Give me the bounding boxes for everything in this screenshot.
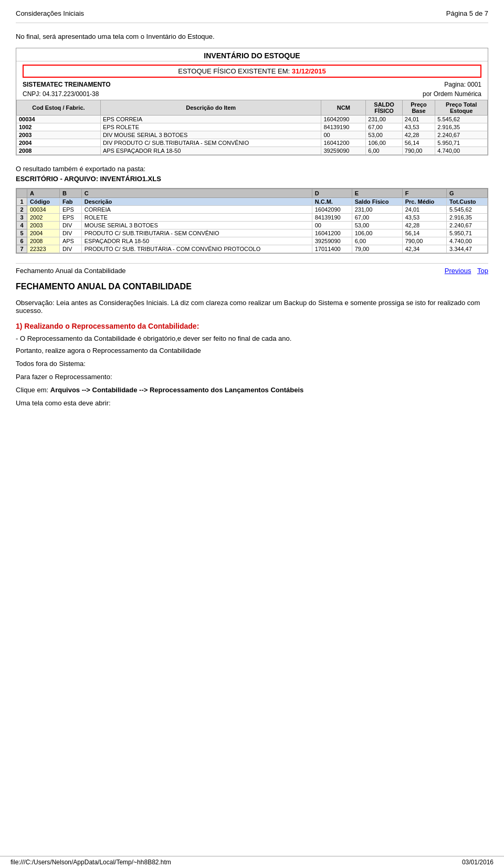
- page-header: Considerações Iniciais Página 5 de 7: [16, 5, 488, 23]
- excel-cell: EPS: [59, 206, 81, 214]
- excel-cell: 53,00: [352, 222, 402, 229]
- excel-cell: 790,00: [402, 237, 446, 245]
- divider-left: Fechamento Anual da Contabilidade: [16, 267, 126, 275]
- inv-company-name: SISTEMATEC TREINAMENTO: [23, 81, 111, 88]
- excel-cell: MOUSE SERIAL 3 BOTOES: [81, 222, 312, 229]
- excel-cell: 4.740,00: [447, 237, 488, 245]
- inventory-screenshot: INVENTÁRIO DO ESTOQUE ESTOQUE FÍSICO EXI…: [16, 48, 488, 155]
- excel-cell: Código: [27, 198, 60, 206]
- excel-cell: APS: [59, 237, 81, 245]
- excel-cell: 43,53: [402, 214, 446, 222]
- excel-col-header: C: [81, 189, 312, 198]
- excel-col-header: A: [27, 189, 60, 198]
- inv-cnpj: CNPJ: 04.317.223/0001-38: [23, 90, 99, 98]
- inv-cell: 43,53: [402, 123, 435, 131]
- excel-cell: 84139190: [312, 214, 352, 222]
- excel-row-num: 6: [17, 237, 27, 245]
- excel-cell: 00034: [27, 206, 60, 214]
- intro-text: No final, será apresentado uma tela com …: [16, 33, 488, 40]
- excel-table: ABCDEFG1CódigoFabDescriçãoN.C.M.Saldo Fí…: [16, 189, 488, 253]
- para-fazer-line: Para fazer o Reprocessamento:: [16, 373, 488, 381]
- highlight-title: 1) Realizando o Reprocessamento da Conta…: [16, 322, 488, 330]
- inv-cell: 2003: [17, 131, 101, 139]
- inv-cell: DIV PRODUTO C/ SUB.TRIBUTARIA - SEM CONV…: [100, 139, 321, 147]
- inv-cell: DIV MOUSE SERIAL 3 BOTOES: [100, 131, 321, 139]
- header-left: Considerações Iniciais: [16, 9, 84, 17]
- inv-cell: 16041200: [321, 139, 366, 147]
- excel-cell: 5.950,71: [447, 229, 488, 237]
- excel-cell: 231,00: [352, 206, 402, 214]
- inv-col-6: Preço TotalEstoque: [435, 100, 488, 116]
- inv-cell: EPS ROLETE: [100, 123, 321, 131]
- portanto-line: Portanto, realize agora o Reprocessament…: [16, 347, 488, 354]
- inv-cell: 231,00: [366, 116, 403, 123]
- excel-cell: 106,00: [352, 229, 402, 237]
- inv-cnpj-row: CNPJ: 04.317.223/0001-38 por Ordem Numér…: [16, 90, 488, 100]
- previous-link[interactable]: Previous: [445, 267, 471, 275]
- excel-cell: 2003: [27, 222, 60, 229]
- excel-row-num: 7: [17, 245, 27, 253]
- excel-cell: Fab: [59, 198, 81, 206]
- inv-cell: 53,00: [366, 131, 403, 139]
- inv-company-row: SISTEMATEC TREINAMENTO Pagina: 0001: [16, 79, 488, 90]
- excel-cell: 2008: [27, 237, 60, 245]
- inv-cell: 16042090: [321, 116, 366, 123]
- excel-cell: 17011400: [312, 245, 352, 253]
- inv-cell: 6,00: [366, 147, 403, 155]
- top-link[interactable]: Top: [477, 267, 488, 275]
- inv-cell: 00: [321, 131, 366, 139]
- excel-cell: 56,14: [402, 229, 446, 237]
- excel-cell: 42,34: [402, 245, 446, 253]
- inv-cell: 2004: [17, 139, 101, 147]
- excel-cell: Prc. Médio: [402, 198, 446, 206]
- inv-cell: 56,14: [402, 139, 435, 147]
- uma-tela-line: Uma tela como esta deve abrir:: [16, 399, 488, 407]
- footer-right: 03/01/2016: [462, 859, 494, 866]
- inv-banner: ESTOQUE FÍSICO EXISTENTE EM: 31/12/2015: [23, 65, 481, 78]
- excel-cell: 24,01: [402, 206, 446, 214]
- section-title: FECHAMENTO ANUAL DA CONTABILIDADE: [16, 282, 488, 291]
- header-right: Página 5 de 7: [446, 9, 488, 17]
- excel-cell: 16042090: [312, 206, 352, 214]
- excel-cell: 79,00: [352, 245, 402, 253]
- inv-cell: 790,00: [402, 147, 435, 155]
- excel-cell: EPS: [59, 214, 81, 222]
- excel-row-num: 1: [17, 198, 27, 206]
- excel-cell: 2002: [27, 214, 60, 222]
- export-line2: ESCRITÓRIO - ARQUIVO: INVENTÁRIO1.XLS: [16, 175, 488, 183]
- excel-col-header: F: [402, 189, 446, 198]
- excel-cell: Saldo Físico: [352, 198, 402, 206]
- excel-cell: DIV: [59, 222, 81, 229]
- inv-pagina: Pagina: 0001: [444, 81, 481, 88]
- excel-col-header: B: [59, 189, 81, 198]
- excel-cell: DIV: [59, 229, 81, 237]
- inv-cell: EPS CORREIA: [100, 116, 321, 123]
- excel-cell: 5.545,62: [447, 206, 488, 214]
- excel-cell: 2.916,35: [447, 214, 488, 222]
- export-line1: O resultado também é exportado na pasta:: [16, 165, 488, 173]
- inv-col-1: Cod Estoq / Fabric.: [17, 100, 101, 116]
- inv-cell: 5.950,71: [435, 139, 488, 147]
- inv-ordem: por Ordem Numérica: [423, 90, 481, 98]
- excel-col-header: E: [352, 189, 402, 198]
- inv-banner-date: 31/12/2015: [292, 67, 326, 75]
- inv-cell: 4.740,00: [435, 147, 488, 155]
- footer-bar: file:///C:/Users/Nelson/AppData/Local/Te…: [0, 856, 504, 868]
- excel-cell: 39259090: [312, 237, 352, 245]
- excel-cell: 22323: [27, 245, 60, 253]
- excel-screenshot: ABCDEFG1CódigoFabDescriçãoN.C.M.Saldo Fí…: [16, 188, 488, 254]
- inv-cell: 00034: [17, 116, 101, 123]
- excel-cell: Tot.Custo: [447, 198, 488, 206]
- excel-col-header: G: [447, 189, 488, 198]
- inv-cell: 67,00: [366, 123, 403, 131]
- inv-cell: 84139190: [321, 123, 366, 131]
- clique-prefix: Clique em:: [16, 386, 50, 394]
- excel-cell: ROLETE: [81, 214, 312, 222]
- excel-cell: 67,00: [352, 214, 402, 222]
- inv-cell: 1002: [17, 123, 101, 131]
- inv-cell: 5.545,62: [435, 116, 488, 123]
- excel-cell: 2.240,67: [447, 222, 488, 229]
- divider-links: Previous Top: [440, 267, 488, 275]
- reprocess-line: - O Reprocessamento da Contabilidade é o…: [16, 334, 488, 342]
- inv-title: INVENTÁRIO DO ESTOQUE: [16, 48, 488, 61]
